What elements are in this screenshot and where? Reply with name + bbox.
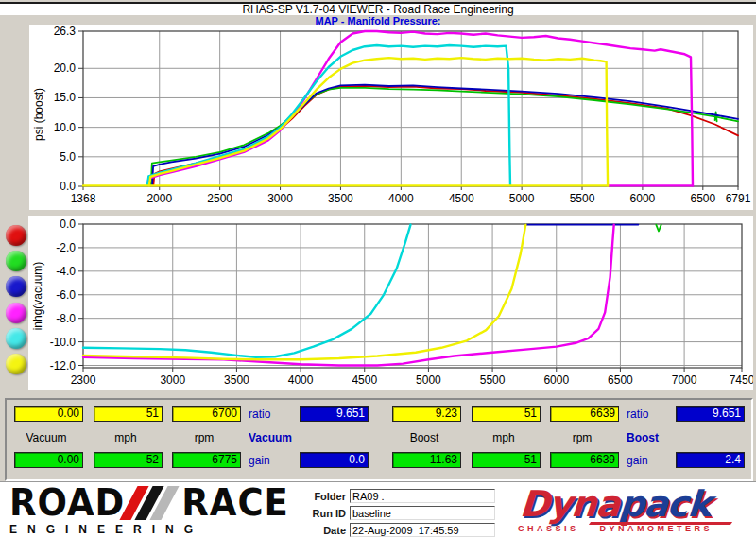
mph-col-label-2: mph bbox=[471, 431, 537, 444]
svg-text:inhg(vacuum): inhg(vacuum) bbox=[31, 262, 44, 331]
svg-text:3000: 3000 bbox=[160, 373, 185, 387]
date-label: Date bbox=[304, 525, 346, 536]
run-button-blue[interactable] bbox=[6, 276, 26, 297]
svg-text:4500: 4500 bbox=[352, 373, 377, 387]
boost-cursor2-value: 11.63 bbox=[392, 452, 461, 468]
svg-text:2500: 2500 bbox=[207, 192, 232, 205]
svg-text:-12.0: -12.0 bbox=[50, 359, 77, 373]
footer: ROAD RACE ENGINEERING Folder Run ID Date… bbox=[0, 481, 756, 538]
window-title: RHAS-SP V1.7-04 VIEWER - Road Race Engin… bbox=[0, 4, 756, 15]
boost-cursor1-value: 9.23 bbox=[392, 406, 461, 422]
run-color-buttons bbox=[5, 225, 27, 374]
runid-input[interactable] bbox=[350, 506, 495, 520]
vacuum-ratio-value: 9.651 bbox=[300, 406, 369, 422]
svg-text:3000: 3000 bbox=[267, 192, 293, 205]
run-button-magenta[interactable] bbox=[6, 303, 26, 323]
rpm-col-label: rpm bbox=[171, 431, 237, 444]
dynapack-word-red: Dyna bbox=[519, 483, 621, 525]
svg-text:2300: 2300 bbox=[71, 373, 96, 387]
svg-text:26.3: 26.3 bbox=[54, 25, 77, 38]
svg-text:6791: 6791 bbox=[726, 192, 751, 205]
svg-text:2000: 2000 bbox=[146, 192, 172, 205]
rpm-col-label-2: rpm bbox=[549, 431, 615, 444]
boost-gain-value: 2.4 bbox=[676, 452, 745, 468]
svg-text:-2.0: -2.0 bbox=[56, 241, 76, 254]
svg-text:5500: 5500 bbox=[570, 192, 595, 205]
svg-text:5000: 5000 bbox=[416, 373, 441, 387]
svg-text:psi (boost): psi (boost) bbox=[32, 88, 45, 141]
boost-ratio-label: ratio bbox=[627, 408, 648, 421]
boost-cursor2-rpm: 6639 bbox=[550, 452, 619, 468]
svg-text:0.0: 0.0 bbox=[60, 180, 76, 193]
run-button-red[interactable] bbox=[6, 225, 26, 246]
svg-text:-4.0: -4.0 bbox=[56, 265, 76, 278]
vacuum-cursor2-rpm: 6775 bbox=[172, 452, 241, 468]
svg-text:7450: 7450 bbox=[730, 373, 753, 387]
boost-cursor2-mph: 51 bbox=[472, 452, 541, 468]
svg-text:6000: 6000 bbox=[630, 192, 656, 205]
folder-input[interactable] bbox=[350, 489, 495, 503]
vacuum-gain-label: gain bbox=[249, 454, 270, 467]
svg-text:0.0: 0.0 bbox=[60, 217, 76, 231]
roadrace-logo: ROAD RACE ENGINEERING bbox=[9, 484, 307, 537]
boost-section-label: Boost bbox=[627, 431, 659, 444]
vacuum-col-label: Vacuum bbox=[13, 431, 79, 444]
vacuum-ratio-label: ratio bbox=[249, 408, 270, 421]
vacuum-chart-panel[interactable]: 2300300035004000450050005500600065007000… bbox=[28, 216, 753, 390]
vacuum-chart[interactable]: 2300300035004000450050005500600065007000… bbox=[28, 216, 753, 390]
roadrace-engineering-text: ENGINEERING bbox=[9, 523, 307, 536]
run-info-fields: Folder Run ID Date bbox=[304, 489, 495, 538]
vacuum-cursor2-mph: 52 bbox=[94, 452, 163, 468]
boost-chart-panel[interactable]: 1368200025003000350040004500500055006000… bbox=[29, 25, 753, 210]
svg-text:-8.0: -8.0 bbox=[56, 312, 76, 325]
svg-text:5500: 5500 bbox=[480, 373, 506, 387]
folder-label: Folder bbox=[304, 491, 346, 502]
svg-text:3500: 3500 bbox=[328, 192, 353, 205]
date-input[interactable] bbox=[350, 523, 495, 537]
run-button-cyan[interactable] bbox=[6, 328, 26, 349]
roadrace-slashes bbox=[129, 486, 174, 520]
mph-col-label: mph bbox=[93, 431, 159, 444]
svg-text:5.0: 5.0 bbox=[60, 150, 76, 164]
svg-text:5000: 5000 bbox=[509, 192, 535, 205]
svg-text:-6.0: -6.0 bbox=[56, 288, 76, 302]
boost-cursor1-mph: 51 bbox=[472, 406, 541, 422]
readout-panel: 0.00 51 6700 ratio 9.651 Vacuum mph rpm … bbox=[5, 398, 753, 481]
svg-text:20.0: 20.0 bbox=[54, 61, 77, 75]
svg-text:15.0: 15.0 bbox=[54, 91, 77, 104]
vacuum-cursor2-value: 0.00 bbox=[14, 452, 83, 468]
vacuum-cursor1-rpm: 6700 bbox=[172, 406, 241, 422]
dynapack-swoosh bbox=[589, 522, 732, 525]
svg-text:4000: 4000 bbox=[388, 192, 414, 205]
boost-cursor1-rpm: 6639 bbox=[550, 406, 619, 422]
svg-text:6000: 6000 bbox=[543, 373, 569, 387]
svg-text:4500: 4500 bbox=[449, 192, 474, 205]
run-button-yellow[interactable] bbox=[6, 354, 26, 374]
svg-text:4000: 4000 bbox=[288, 373, 314, 387]
svg-text:-10.0: -10.0 bbox=[50, 336, 77, 349]
svg-text:10.0: 10.0 bbox=[54, 121, 77, 134]
dynapack-tagline: CHASSIS DYNAMOMETERS bbox=[488, 524, 743, 533]
boost-gain-label: gain bbox=[627, 454, 648, 467]
vacuum-gain-value: 0.0 bbox=[300, 452, 369, 468]
svg-text:1368: 1368 bbox=[71, 192, 96, 205]
boost-chart[interactable]: 1368200025003000350040004500500055006000… bbox=[29, 25, 753, 210]
roadrace-word-race: RACE bbox=[181, 485, 289, 521]
runid-label: Run ID bbox=[304, 508, 346, 519]
vacuum-cursor1-value: 0.00 bbox=[14, 406, 83, 422]
dynapack-word-blue: pack bbox=[618, 483, 713, 525]
svg-text:7000: 7000 bbox=[672, 373, 697, 387]
boost-col-label: Boost bbox=[391, 431, 457, 444]
svg-text:6500: 6500 bbox=[690, 192, 715, 205]
svg-text:6500: 6500 bbox=[608, 373, 633, 387]
dynapack-logo: Dynapack CHASSIS DYNAMOMETERS bbox=[488, 486, 743, 533]
boost-ratio-value: 9.651 bbox=[676, 406, 745, 422]
roadrace-word-road: ROAD bbox=[9, 485, 125, 521]
run-button-green[interactable] bbox=[6, 251, 26, 271]
svg-text:3500: 3500 bbox=[224, 373, 249, 387]
vacuum-cursor1-mph: 51 bbox=[94, 406, 163, 422]
vacuum-section-label: Vacuum bbox=[249, 431, 292, 444]
